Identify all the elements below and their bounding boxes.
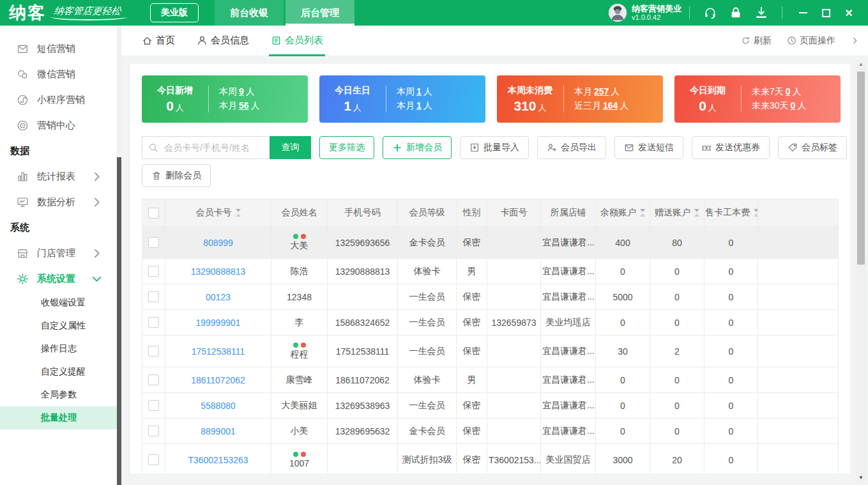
user-info[interactable]: 纳客营销美业 v1.0.0.42 bbox=[609, 4, 681, 22]
main-scrollbar[interactable]: ▲ ▼ bbox=[856, 60, 866, 482]
sidebar-item[interactable]: 数据分析 bbox=[0, 189, 121, 215]
row-checkbox[interactable] bbox=[148, 237, 159, 248]
toolbar-button[interactable]: 会员标签 bbox=[778, 136, 847, 159]
user-icon bbox=[197, 35, 208, 46]
sort-asc-caret bbox=[694, 213, 699, 217]
member-name-cell: 康雪峰 bbox=[271, 367, 328, 393]
stat-row-value[interactable]: 164 bbox=[603, 100, 618, 111]
sidebar-item[interactable]: 门店管理 bbox=[0, 240, 121, 266]
toolbar-button[interactable]: 批量导入 bbox=[460, 136, 529, 159]
search-button[interactable]: 查询 bbox=[270, 136, 311, 159]
card-face-cell bbox=[487, 419, 541, 444]
member-card-link[interactable]: T36002153263 bbox=[188, 455, 248, 465]
empty-cell bbox=[758, 444, 839, 474]
toolbar-button[interactable]: 发送优惠券 bbox=[692, 136, 770, 159]
sort-icon[interactable] bbox=[640, 209, 645, 217]
row-checkbox[interactable] bbox=[148, 454, 159, 465]
stat-row-value[interactable]: 257 bbox=[594, 86, 609, 96]
download-icon[interactable] bbox=[754, 6, 768, 20]
customer-service-icon[interactable] bbox=[703, 6, 717, 20]
stat-card-title: 本周未消费 bbox=[497, 85, 563, 96]
scroll-down-arrow[interactable]: ▼ bbox=[856, 475, 866, 481]
member-card-link[interactable]: 00123 bbox=[206, 292, 231, 302]
stat-row-value[interactable]: 1 bbox=[416, 100, 422, 111]
chevron-right-icon[interactable] bbox=[851, 36, 859, 45]
page-tab[interactable]: 首页 bbox=[142, 26, 175, 56]
sidebar-subitem[interactable]: 收银端设置 bbox=[0, 291, 121, 314]
edition-badge[interactable]: 美业版 bbox=[150, 3, 199, 22]
row-checkbox[interactable] bbox=[148, 291, 159, 302]
toolbar-button[interactable]: 更多筛选 bbox=[319, 136, 374, 159]
row-checkbox[interactable] bbox=[148, 426, 159, 436]
sidebar-item[interactable]: 小程序营销 bbox=[0, 87, 121, 112]
card-face-cell bbox=[487, 227, 541, 259]
sidebar-item[interactable]: 营销中心 bbox=[0, 112, 121, 138]
sort-icon[interactable] bbox=[236, 209, 241, 217]
sidebar-subitem[interactable]: 操作日志 bbox=[0, 337, 121, 360]
chevron-right-icon bbox=[91, 171, 103, 183]
sidebar-item[interactable]: 统计报表 bbox=[0, 164, 121, 189]
member-card-link[interactable]: 17512538111 bbox=[192, 346, 245, 357]
row-checkbox[interactable] bbox=[148, 400, 159, 411]
select-all-checkbox[interactable] bbox=[148, 208, 159, 219]
row-checkbox[interactable] bbox=[148, 266, 159, 277]
stat-row-value[interactable]: 0 bbox=[791, 100, 796, 111]
stat-card: 本周未消费310人本月257人近三月164人 bbox=[497, 75, 663, 123]
scroll-up-arrow[interactable]: ▲ bbox=[856, 62, 866, 67]
column-header: 手机号码 bbox=[328, 199, 398, 227]
stat-row-value[interactable]: 9 bbox=[239, 86, 244, 96]
close-button[interactable]: × bbox=[837, 4, 860, 22]
toolbar-button[interactable]: 会员导出 bbox=[537, 136, 606, 159]
sidebar-item-label: 短信营销 bbox=[37, 43, 75, 55]
sort-icon[interactable] bbox=[754, 209, 758, 217]
titlebar-nav-tab[interactable]: 前台收银 bbox=[215, 0, 284, 26]
page-tab[interactable]: 会员信息 bbox=[197, 26, 249, 56]
page-tab[interactable]: 会员列表 bbox=[271, 26, 323, 56]
refresh-button[interactable]: 刷新 bbox=[741, 35, 772, 47]
sidebar-item[interactable]: 系统设置 bbox=[0, 266, 121, 291]
stat-card: 今日新增0人本周9人本月56人 bbox=[142, 75, 308, 123]
stat-row-value[interactable]: 56 bbox=[239, 100, 249, 111]
member-card-link[interactable]: 18611072062 bbox=[191, 375, 245, 385]
maximize-button[interactable] bbox=[814, 4, 837, 22]
member-card-link[interactable]: 13290888813 bbox=[191, 266, 246, 277]
minimize-button[interactable] bbox=[791, 4, 814, 22]
avatar[interactable] bbox=[609, 4, 627, 22]
sidebar-item[interactable]: 短信营销 bbox=[0, 36, 121, 61]
titlebar-nav-tab[interactable]: 后台管理 bbox=[286, 0, 354, 26]
sort-icon[interactable] bbox=[694, 209, 699, 217]
status-dots bbox=[273, 234, 326, 239]
main-scrollbar-thumb[interactable] bbox=[857, 72, 865, 265]
toolbar-button[interactable]: 新增会员 bbox=[383, 136, 452, 159]
member-card-link[interactable]: 8899001 bbox=[201, 426, 236, 436]
row-checkbox[interactable] bbox=[148, 374, 159, 385]
row-checkbox[interactable] bbox=[148, 346, 159, 357]
sidebar-subitem[interactable]: 自定义属性 bbox=[0, 314, 121, 337]
sidebar-subitem[interactable]: 全局参数 bbox=[0, 383, 121, 406]
page-operations-button[interactable]: 页面操作 bbox=[787, 35, 835, 47]
member-card-link[interactable]: 199999901 bbox=[195, 318, 240, 328]
stat-card-summary: 今日新增0人 bbox=[142, 85, 208, 114]
row-checkbox[interactable] bbox=[148, 317, 159, 328]
sidebar-scrollbar-thumb[interactable] bbox=[117, 157, 121, 485]
stat-row-value[interactable]: 1 bbox=[416, 86, 422, 96]
member-card-link[interactable]: 808999 bbox=[203, 238, 233, 248]
stat-row-value[interactable]: 0 bbox=[786, 86, 791, 96]
lock-icon[interactable] bbox=[729, 6, 743, 20]
table-row: T360021532631007测试折扣3级保密T36002153...美业国贸… bbox=[142, 444, 839, 474]
export-icon bbox=[547, 142, 557, 153]
delete-member-button[interactable]: 删除会员 bbox=[142, 164, 211, 187]
member-card-link[interactable]: 5588080 bbox=[201, 401, 236, 411]
level-cell: 一生会员 bbox=[398, 335, 457, 367]
toolbar-button[interactable]: 发送短信 bbox=[614, 136, 683, 159]
sidebar-item[interactable]: 微信营销 bbox=[0, 61, 121, 87]
sidebar-subitem[interactable]: 批量处理 bbox=[0, 406, 121, 429]
gift-balance-cell: 80 bbox=[650, 227, 704, 259]
store-cell: 宜昌谦谦君... bbox=[541, 259, 596, 284]
page-operations-icon bbox=[787, 36, 796, 45]
level-cell: 一生会员 bbox=[398, 284, 457, 310]
store-cell: 美业国贸店 bbox=[541, 444, 596, 474]
search-input[interactable] bbox=[142, 136, 270, 159]
sidebar-subitem[interactable]: 自定义提醒 bbox=[0, 360, 121, 383]
stat-row-label: 未来7天 bbox=[752, 86, 784, 96]
